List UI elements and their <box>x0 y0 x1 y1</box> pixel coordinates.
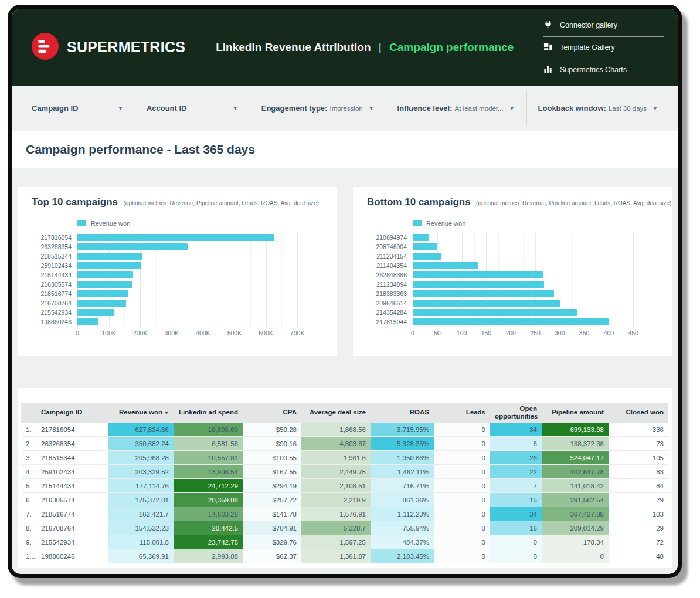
bar-revenue-won[interactable] <box>413 290 554 297</box>
cell-revenue: 115,001.8 <box>108 535 174 549</box>
cell-roas: 1,950.86% <box>371 451 434 465</box>
bar-revenue-won[interactable] <box>413 253 441 260</box>
y-axis-label: 209646514 <box>367 298 413 308</box>
cell-roas: 1,462.11% <box>371 465 434 479</box>
col-header-openopp[interactable]: Open opportunities <box>490 403 542 423</box>
x-axis-ticks: 050100150200250300350400450 <box>413 327 658 338</box>
filter-engagement-type[interactable]: Engagement type:Impression▼ <box>250 86 386 131</box>
cell-roas: 3,715.95% <box>371 423 434 437</box>
link-connector-gallery[interactable]: Connector gallery <box>543 14 664 36</box>
cell-campaign: 218516774 <box>36 507 108 521</box>
bar-revenue-won[interactable] <box>413 318 609 325</box>
bar-revenue-won[interactable] <box>413 300 560 307</box>
bar-revenue-won[interactable] <box>77 243 188 250</box>
col-header-revenue[interactable]: Revenue won▼ <box>108 403 174 423</box>
legend-swatch <box>413 220 422 226</box>
cell-adspend: 23,742.75 <box>174 535 243 549</box>
bar-row <box>77 252 322 261</box>
x-tick-label: 600K <box>259 329 273 337</box>
cell-campaign: 198860246 <box>36 549 108 563</box>
bar-revenue-won[interactable] <box>77 309 114 316</box>
filter-label: Lookback window: <box>538 104 606 113</box>
bar-revenue-won[interactable] <box>77 300 126 307</box>
table-row: 1...19886024665,369.912,993.88$62.371,36… <box>21 549 668 563</box>
x-tick-label: 500K <box>227 329 242 337</box>
bar-revenue-won[interactable] <box>77 234 274 241</box>
cell-cpa: $100.55 <box>243 451 301 465</box>
link-supermetrics-charts[interactable]: Supermetrics Charts <box>543 59 664 81</box>
table-row: 4.259102434203,329.5213,906.54$167.552,4… <box>21 465 668 479</box>
sort-desc-icon: ▼ <box>164 410 169 416</box>
bottom-10-campaigns-chart: Bottom 10 campaigns (optional metrics: R… <box>353 187 672 356</box>
col-header-adspend[interactable]: Linkedin ad spend <box>174 403 243 423</box>
y-axis-label: 218383363 <box>367 289 413 298</box>
brand-name: SUPERMETRICS <box>67 39 185 56</box>
bar-revenue-won[interactable] <box>77 262 141 269</box>
cell-revenue: 154,532.23 <box>108 521 174 535</box>
table-header-row: Campaign IDRevenue won▼Linkedin ad spend… <box>21 403 668 423</box>
link-template-gallery[interactable]: Template Gallery <box>543 36 664 59</box>
bar-revenue-won[interactable] <box>77 253 142 260</box>
bar-revenue-won[interactable] <box>77 318 98 325</box>
bar-revenue-won[interactable] <box>413 271 543 278</box>
filter-lookback-window[interactable]: Lookback window:Last 30 days▼ <box>526 86 670 131</box>
bar-revenue-won[interactable] <box>77 290 128 297</box>
cell-adspend: 10,557.81 <box>174 451 243 465</box>
cell-leads: 0 <box>434 507 490 521</box>
cell-num: 5. <box>21 479 36 493</box>
cell-roas: 2,183.45% <box>371 549 434 563</box>
bar-row <box>413 317 658 327</box>
cell-revenue: 205,968.28 <box>108 451 174 465</box>
bar-row <box>77 233 322 242</box>
col-header-campaign[interactable]: Campaign ID <box>36 403 108 423</box>
cell-campaign: 263268354 <box>36 437 108 451</box>
filter-account-id[interactable]: Account ID▼ <box>135 86 250 131</box>
y-axis-label: 217815944 <box>367 317 413 327</box>
filter-influence-level[interactable]: Influence level:At least moder...▼ <box>386 86 526 131</box>
cell-pipeline: 209,014.29 <box>542 521 609 535</box>
bar-revenue-won[interactable] <box>413 262 478 269</box>
bar-row <box>413 233 658 242</box>
bar-revenue-won[interactable] <box>413 281 544 288</box>
x-tick-label: 700K <box>290 329 305 337</box>
x-tick-label: 200K <box>133 329 148 337</box>
cell-leads: 0 <box>434 437 490 451</box>
chevron-down-icon: ▼ <box>647 106 658 111</box>
cell-revenue: 175,372.01 <box>108 493 174 507</box>
cell-cpa: $50.28 <box>243 423 301 437</box>
x-tick-label: 0 <box>411 329 414 337</box>
cell-openopp: 22 <box>490 465 542 479</box>
col-header-leads[interactable]: Leads <box>434 403 490 423</box>
cell-cpa: $141.78 <box>243 507 301 521</box>
cell-avgdeal: 5,328.7 <box>301 521 371 535</box>
col-header-avgdeal[interactable]: Average deal size <box>301 403 371 423</box>
bar-revenue-won[interactable] <box>413 243 437 250</box>
cell-adspend: 2,993.88 <box>174 549 243 563</box>
col-header-num[interactable] <box>21 403 36 423</box>
table-head: Campaign IDRevenue won▼Linkedin ad spend… <box>21 403 668 423</box>
bar-row <box>77 270 322 280</box>
col-header-closed[interactable]: Closed won <box>609 403 668 423</box>
cell-roas: 5,328.25% <box>371 437 434 451</box>
bar-row <box>77 317 322 327</box>
table-row: 6.216305574175,372.0120,359.88$257.722,2… <box>21 493 668 507</box>
cell-revenue: 350,682.24 <box>108 437 174 451</box>
x-tick-label: 400K <box>196 329 210 337</box>
bar-revenue-won[interactable] <box>77 281 132 288</box>
table-row: 9.215542934115,001.823,742.75$329.761,59… <box>21 535 668 549</box>
filter-campaign-id[interactable]: Campaign ID▼ <box>20 86 135 131</box>
cell-adspend: 24,712.29 <box>174 479 243 493</box>
cell-closed: 29 <box>609 521 668 535</box>
cell-num: 9. <box>21 535 36 549</box>
bar-revenue-won[interactable] <box>413 309 577 316</box>
col-header-pipeline[interactable]: Pipeline amount <box>542 403 609 423</box>
bar-revenue-won[interactable] <box>77 271 133 278</box>
x-tick-label: 150 <box>481 329 492 337</box>
filter-bar: Campaign ID▼Account ID▼Engagement type:I… <box>12 86 678 131</box>
bar-row <box>77 289 322 298</box>
col-header-roas[interactable]: ROAS <box>371 403 434 423</box>
col-header-cpa[interactable]: CPA <box>243 403 301 423</box>
bar-revenue-won[interactable] <box>413 234 429 241</box>
x-tick-label: 300 <box>555 329 565 337</box>
cell-openopp: 7 <box>490 479 542 493</box>
